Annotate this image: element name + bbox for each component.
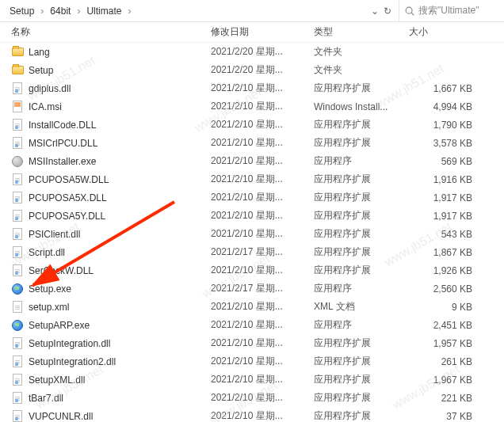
file-row[interactable]: gdiplus.dll2021/2/10 星期...应用程序扩展1,667 KB [0, 79, 504, 97]
file-row[interactable]: MSICrlPCU.DLL2021/2/10 星期...应用程序扩展3,578 … [0, 134, 504, 152]
dll-icon [11, 355, 24, 368]
file-type-cell: 文件夹 [309, 63, 404, 77]
file-name-cell[interactable]: Script.dll [0, 246, 206, 259]
file-size-cell: 4,994 KB [404, 101, 483, 112]
breadcrumb-item[interactable]: Ultimate [82, 6, 126, 17]
chevron-right-icon[interactable]: › [126, 6, 132, 17]
chevron-right-icon[interactable]: › [39, 6, 45, 17]
file-date-cell: 2021/2/10 星期... [206, 100, 309, 113]
file-date-cell: 2021/2/10 星期... [206, 209, 309, 222]
file-name-cell[interactable]: SetupARP.exe [0, 319, 206, 332]
column-header-name[interactable]: 名称 [0, 25, 206, 39]
file-size-cell: 221 KB [404, 393, 483, 404]
breadcrumb[interactable]: Setup › 64bit › Ultimate › ⌄ ↻ [0, 0, 399, 21]
file-name-cell[interactable]: VUPCUNLR.dll [0, 410, 206, 423]
file-name-label: VUPCUNLR.dll [29, 411, 93, 422]
file-row[interactable]: PCUPOSA5W.DLL2021/2/10 星期...应用程序扩展1,916 … [0, 170, 504, 188]
file-name-cell[interactable]: SetupXML.dll [0, 374, 206, 386]
breadcrumb-item[interactable]: Setup [5, 6, 39, 17]
file-size-cell: 1,916 KB [404, 174, 483, 185]
dll-icon [11, 82, 24, 95]
file-row[interactable]: setup.xml2021/2/10 星期...XML 文档9 KB [0, 298, 504, 316]
file-type-cell: 应用程序扩展 [309, 118, 404, 131]
msi-icon [11, 101, 24, 113]
file-row[interactable]: ICA.msi2021/2/10 星期...Windows Install...… [0, 97, 504, 116]
file-name-cell[interactable]: PSIClient.dll [0, 228, 206, 241]
file-name-cell[interactable]: tBar7.dll [0, 392, 206, 405]
file-name-cell[interactable]: setup.xml [0, 301, 206, 314]
file-name-label: MSICrlPCU.DLL [29, 138, 97, 149]
file-date-cell: 2021/2/17 星期... [206, 245, 309, 259]
file-date-cell: 2021/2/10 星期... [206, 191, 309, 204]
file-row[interactable]: SerChckW.DLL2021/2/10 星期...应用程序扩展1,926 K… [0, 261, 504, 279]
file-row[interactable]: SetupARP.exe2021/2/10 星期...应用程序2,451 KB [0, 316, 504, 334]
file-type-cell: 应用程序扩展 [309, 191, 404, 204]
file-name-label: gdiplus.dll [29, 83, 71, 94]
file-row[interactable]: InstallCode.DLL2021/2/10 星期...应用程序扩展1,79… [0, 116, 504, 134]
file-row[interactable]: PSIClient.dll2021/2/10 星期...应用程序扩展543 KB [0, 225, 504, 243]
globe-icon [11, 319, 24, 332]
breadcrumb-item[interactable]: 64bit [45, 6, 75, 17]
file-name-cell[interactable]: gdiplus.dll [0, 82, 206, 95]
column-header-size[interactable]: 大小 [404, 25, 483, 39]
dll-icon [11, 246, 24, 259]
globe-icon [11, 283, 24, 295]
file-name-cell[interactable]: SetupIntegration2.dll [0, 355, 206, 368]
chevron-down-icon[interactable]: ⌄ [368, 6, 381, 17]
file-name-label: MSIInstaller.exe [29, 156, 96, 167]
file-name-cell[interactable]: PCUPOSA5X.DLL [0, 192, 206, 204]
refresh-icon[interactable]: ↻ [381, 6, 394, 17]
file-name-cell[interactable]: MSICrlPCU.DLL [0, 137, 206, 150]
file-row[interactable]: SetupIntegration.dll2021/2/10 星期...应用程序扩… [0, 334, 504, 352]
file-row[interactable]: PCUPOSA5X.DLL2021/2/10 星期...应用程序扩展1,917 … [0, 188, 504, 207]
file-date-cell: 2021/2/10 星期... [206, 336, 309, 350]
file-name-label: ICA.msi [29, 101, 62, 112]
file-name-cell[interactable]: ICA.msi [0, 101, 206, 113]
file-name-cell[interactable]: Lang [0, 46, 206, 59]
file-name-cell[interactable]: PCUPOSA5Y.DLL [0, 210, 206, 222]
column-header-date[interactable]: 修改日期 [206, 25, 309, 39]
file-type-cell: Windows Install... [309, 101, 404, 112]
file-date-cell: 2021/2/10 星期... [206, 118, 309, 131]
file-size-cell: 9 KB [404, 302, 483, 313]
file-size-cell: 1,667 KB [404, 83, 483, 94]
file-name-cell[interactable]: MSIInstaller.exe [0, 155, 206, 168]
file-name-cell[interactable]: Setup [0, 64, 206, 77]
file-name-cell[interactable]: SetupIntegration.dll [0, 337, 206, 350]
file-name-label: SetupIntegration2.dll [29, 356, 116, 367]
file-row[interactable]: SetupIntegration2.dll2021/2/10 星期...应用程序… [0, 352, 504, 371]
chevron-right-icon[interactable]: › [75, 6, 82, 17]
file-name-cell[interactable]: Setup.exe [0, 283, 206, 295]
file-type-cell: 应用程序扩展 [309, 245, 404, 259]
file-type-cell: 应用程序 [309, 318, 404, 332]
file-row[interactable]: SetupXML.dll2021/2/10 星期...应用程序扩展1,967 K… [0, 371, 504, 389]
file-size-cell: 2,451 KB [404, 320, 483, 331]
file-row[interactable]: MSIInstaller.exe2021/2/10 星期...应用程序569 K… [0, 152, 504, 170]
file-size-cell: 37 KB [404, 411, 483, 422]
file-name-cell[interactable]: SerChckW.DLL [0, 264, 206, 277]
file-row[interactable]: Setup2021/2/20 星期...文件夹 [0, 61, 504, 79]
file-row[interactable]: Lang2021/2/20 星期...文件夹 [0, 43, 504, 61]
dll-icon [11, 137, 24, 150]
dll-icon [11, 228, 24, 241]
file-size-cell: 1,926 KB [404, 265, 483, 276]
file-name-cell[interactable]: PCUPOSA5W.DLL [0, 173, 206, 186]
file-row[interactable]: Setup.exe2021/2/17 星期...应用程序2,560 KB [0, 279, 504, 298]
file-list[interactable]: Lang2021/2/20 星期...文件夹Setup2021/2/20 星期.… [0, 43, 504, 422]
file-name-cell[interactable]: InstallCode.DLL [0, 119, 206, 131]
column-header-type[interactable]: 类型 [309, 25, 404, 39]
file-row[interactable]: PCUPOSA5Y.DLL2021/2/10 星期...应用程序扩展1,917 … [0, 207, 504, 225]
file-row[interactable]: tBar7.dll2021/2/10 星期...应用程序扩展221 KB [0, 389, 504, 407]
dll-icon [11, 337, 24, 350]
file-type-cell: 应用程序扩展 [309, 82, 404, 95]
search-input[interactable]: 搜索"Ultimate" [399, 0, 504, 21]
file-date-cell: 2021/2/10 星期... [206, 136, 309, 150]
dll-icon [11, 192, 24, 204]
file-name-label: Setup.exe [29, 283, 71, 295]
dll-icon [11, 264, 24, 277]
file-type-cell: 应用程序扩展 [309, 409, 404, 422]
file-date-cell: 2021/2/17 星期... [206, 282, 309, 295]
file-type-cell: 应用程序扩展 [309, 355, 404, 368]
file-row[interactable]: Script.dll2021/2/17 星期...应用程序扩展1,867 KB [0, 243, 504, 261]
file-row[interactable]: VUPCUNLR.dll2021/2/10 星期...应用程序扩展37 KB [0, 407, 504, 422]
